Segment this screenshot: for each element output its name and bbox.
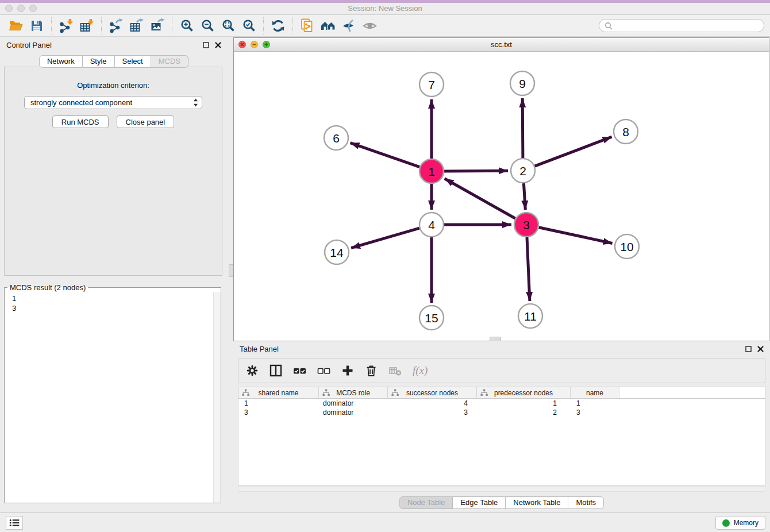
column-header-shared-name[interactable]: shared name: [238, 387, 319, 398]
cell-successor-nodes[interactable]: 3: [388, 408, 477, 417]
graph-node-14[interactable]: 14: [325, 240, 349, 264]
cell-predecessor-nodes[interactable]: 1: [477, 399, 571, 407]
graph-edge-2-3[interactable]: [523, 183, 525, 210]
float-panel-icon[interactable]: [203, 42, 209, 48]
graph-node-8[interactable]: 8: [614, 119, 638, 144]
zoom-in-icon[interactable]: [176, 17, 197, 35]
zoom-selected-icon[interactable]: [238, 17, 259, 35]
graph-node-4[interactable]: 4: [419, 213, 444, 237]
graph-node-6[interactable]: 6: [324, 126, 348, 150]
search-box: [599, 19, 764, 32]
memory-button[interactable]: Memory: [715, 516, 765, 530]
show-column-panel-icon[interactable]: [270, 364, 282, 377]
table-toolbar: f(x): [238, 358, 765, 383]
run-mcds-button[interactable]: Run MCDS: [52, 115, 109, 128]
mcds-result-item[interactable]: 1: [12, 294, 221, 303]
network-minimize-button[interactable]: [251, 41, 258, 48]
dropdown-selected-value: strongly connected component: [30, 98, 132, 107]
toolbar-separator: [292, 17, 293, 34]
tab-node-table[interactable]: Node Table: [399, 496, 453, 509]
graph-edge-3-1[interactable]: [445, 179, 515, 218]
graph-node-7[interactable]: 7: [419, 72, 444, 97]
graph-node-10[interactable]: 10: [615, 234, 639, 259]
tab-network-table[interactable]: Network Table: [506, 496, 568, 509]
cell-shared-name[interactable]: 1: [238, 399, 319, 407]
tab-motifs[interactable]: Motifs: [568, 496, 604, 509]
tab-network[interactable]: Network: [39, 55, 83, 68]
network-window-titlebar[interactable]: scc.txt: [234, 38, 769, 52]
network-close-button[interactable]: [238, 41, 246, 48]
close-panel-button[interactable]: Close panel: [117, 115, 175, 128]
column-header-predecessor-nodes[interactable]: predecessor nodes: [477, 387, 571, 398]
graph-node-15[interactable]: 15: [419, 306, 444, 330]
column-header-successor-nodes[interactable]: successor nodes: [388, 387, 477, 398]
export-table-icon[interactable]: [126, 17, 147, 35]
mcds-result-list[interactable]: 1 3: [5, 292, 221, 313]
task-history-button[interactable]: [6, 516, 23, 530]
tab-mcds[interactable]: MCDS: [151, 55, 188, 68]
cell-predecessor-nodes[interactable]: 2: [477, 408, 571, 417]
tab-style[interactable]: Style: [83, 55, 115, 68]
graph-edge-2-8[interactable]: [535, 137, 612, 166]
cell-mcds-role[interactable]: dominator: [319, 408, 388, 417]
attribute-tree-icon: [242, 389, 249, 396]
cell-mcds-role[interactable]: dominator: [319, 399, 388, 407]
first-neighbors-icon[interactable]: [318, 17, 338, 35]
new-network-from-selection-icon[interactable]: [297, 17, 318, 35]
settings-gear-icon[interactable]: [246, 364, 259, 377]
deselect-all-icon[interactable]: [317, 364, 330, 377]
delete-table-icon[interactable]: [388, 364, 402, 377]
select-all-icon[interactable]: [293, 364, 306, 377]
graph-node-11[interactable]: 11: [518, 304, 542, 328]
graph-node-1[interactable]: 1: [419, 159, 444, 183]
cell-name[interactable]: 1: [571, 399, 619, 407]
close-panel-icon[interactable]: [215, 42, 221, 48]
attribute-tree-icon: [391, 389, 399, 396]
search-input[interactable]: [616, 21, 759, 30]
function-builder-icon[interactable]: f(x): [413, 364, 428, 377]
graph-edge-3-11[interactable]: [527, 237, 530, 301]
import-table-icon[interactable]: [76, 17, 97, 35]
graph-edge-3-10[interactable]: [539, 228, 613, 244]
network-maximize-button[interactable]: [263, 41, 270, 48]
zoom-fit-icon[interactable]: [218, 17, 238, 35]
optimization-criterion-select[interactable]: strongly connected component: [24, 96, 202, 109]
delete-column-icon[interactable]: [365, 364, 378, 377]
mcds-result-item[interactable]: 3: [12, 303, 221, 313]
zoom-out-icon[interactable]: [197, 17, 218, 35]
tab-select[interactable]: Select: [115, 55, 151, 68]
cell-name[interactable]: 3: [571, 408, 619, 417]
mcds-tab-content: Optimization criterion: strongly connect…: [4, 67, 222, 276]
network-graph-canvas[interactable]: 7 9 6 8 1 2 4 3 14 10 15 11: [234, 52, 769, 341]
node-table: shared name MCDS role successor nodes pr…: [238, 387, 765, 486]
graph-node-2[interactable]: 2: [511, 159, 535, 183]
import-network-icon[interactable]: [56, 17, 76, 35]
close-panel-icon[interactable]: [757, 346, 764, 352]
open-session-icon[interactable]: [6, 17, 26, 35]
tab-edge-table[interactable]: Edge Table: [453, 496, 506, 509]
cell-shared-name[interactable]: 3: [238, 408, 319, 417]
float-panel-icon[interactable]: [745, 346, 752, 352]
column-header-name[interactable]: name: [571, 387, 619, 398]
table-panel-title: Table Panel: [240, 345, 279, 353]
hide-selected-icon[interactable]: [338, 17, 359, 35]
save-session-icon[interactable]: [26, 17, 47, 35]
svg-text:2: 2: [519, 164, 526, 178]
graph-node-9[interactable]: 9: [510, 71, 534, 95]
add-column-icon[interactable]: [341, 364, 354, 377]
table-horizontal-scrollbar[interactable]: [238, 486, 765, 492]
graph-edge-1-6[interactable]: [351, 143, 420, 167]
show-all-icon[interactable]: [359, 17, 380, 35]
result-scrollbar[interactable]: [213, 292, 221, 503]
table-row[interactable]: 1 dominator 4 1 1: [238, 399, 765, 408]
graph-node-3[interactable]: 3: [514, 213, 538, 237]
graph-edge-4-14[interactable]: [351, 228, 419, 248]
cell-successor-nodes[interactable]: 4: [388, 399, 477, 407]
column-header-mcds-role[interactable]: MCDS role: [319, 387, 388, 398]
table-row[interactable]: 3 dominator 3 2 3: [238, 408, 765, 417]
graph-edge-2-9[interactable]: [522, 98, 523, 158]
export-image-icon[interactable]: [147, 17, 168, 35]
graph-edge-1-2[interactable]: [444, 171, 508, 171]
export-network-icon[interactable]: [106, 17, 126, 35]
apply-layout-icon[interactable]: [268, 17, 288, 35]
